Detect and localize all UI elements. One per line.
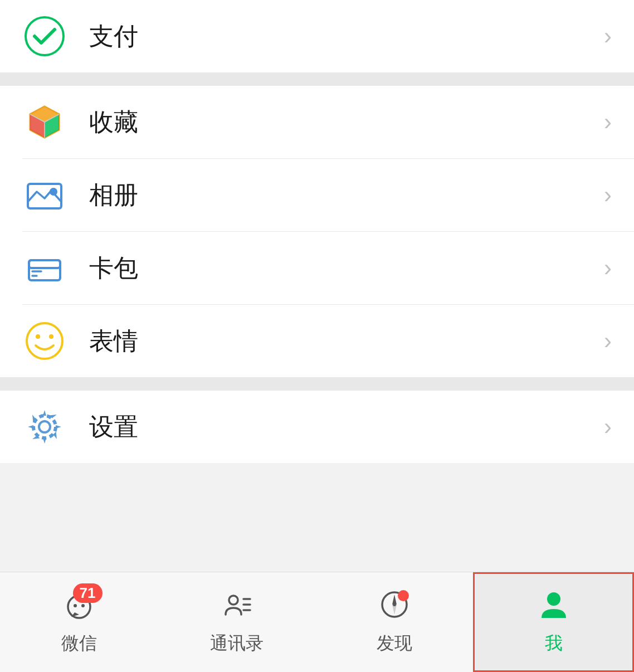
svg-point-16 [49, 334, 53, 339]
emoji-icon [22, 319, 67, 363]
svg-point-15 [36, 334, 40, 339]
contacts-label: 通讯录 [210, 631, 264, 656]
contacts-icon [221, 589, 252, 627]
svg-point-14 [27, 323, 62, 359]
svg-point-0 [26, 17, 64, 55]
album-chevron: › [604, 182, 612, 208]
cardwallet-label: 卡包 [89, 252, 604, 285]
menu-item-favorites[interactable]: 收藏 › [0, 86, 634, 158]
svg-point-19 [33, 416, 56, 438]
wechat-label: 微信 [61, 631, 97, 656]
svg-rect-11 [29, 260, 60, 268]
divider-after-emoji [0, 377, 634, 391]
menu-item-emoji[interactable]: 表情 › [0, 305, 634, 377]
settings-icon [22, 405, 67, 449]
me-icon [538, 589, 569, 627]
favorites-label: 收藏 [89, 106, 604, 139]
nav-item-discover[interactable]: 发现 [315, 572, 473, 672]
nav-item-wechat[interactable]: 71 微信 [0, 572, 158, 672]
settings-chevron: › [604, 413, 612, 440]
wechat-icon: 71 [64, 589, 95, 627]
svg-rect-10 [29, 260, 60, 280]
discover-label: 发现 [377, 631, 412, 656]
album-icon [22, 173, 67, 217]
payment-chevron: › [604, 23, 612, 50]
svg-point-23 [229, 596, 238, 605]
me-label: 我 [545, 631, 563, 656]
discover-icon [379, 589, 410, 627]
menu-item-cardwallet[interactable]: 卡包 › [0, 232, 634, 304]
divider-after-payment [0, 72, 634, 86]
cardwallet-icon [22, 246, 67, 290]
menu-item-settings[interactable]: 设置 › [0, 391, 634, 463]
main-content: 支付 › 收藏 › [0, 0, 634, 463]
cardwallet-chevron: › [604, 255, 612, 281]
svg-point-31 [547, 592, 560, 606]
nav-item-contacts[interactable]: 通讯录 [158, 572, 315, 672]
svg-point-21 [74, 604, 77, 607]
svg-point-22 [81, 604, 85, 607]
discover-dot-badge [398, 590, 409, 601]
svg-point-18 [39, 421, 50, 432]
svg-point-30 [393, 603, 396, 606]
favorites-icon [22, 100, 67, 144]
bottom-navigation: 71 微信 通讯录 [0, 572, 634, 672]
payment-icon [22, 14, 67, 59]
emoji-chevron: › [604, 328, 612, 354]
nav-item-me[interactable]: 我 [473, 572, 634, 672]
wechat-badge: 71 [73, 583, 103, 603]
album-label: 相册 [89, 179, 604, 212]
payment-label: 支付 [89, 20, 604, 53]
menu-item-payment[interactable]: 支付 › [0, 0, 634, 72]
settings-label: 设置 [89, 411, 604, 444]
svg-point-9 [50, 188, 57, 196]
menu-item-album[interactable]: 相册 › [0, 159, 634, 231]
favorites-chevron: › [604, 109, 612, 135]
emoji-label: 表情 [89, 325, 604, 358]
